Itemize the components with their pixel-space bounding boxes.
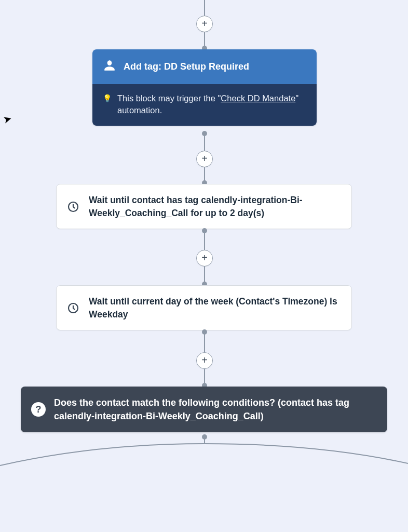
action-add-tag-header: Add tag: DD Setup Required bbox=[92, 49, 317, 84]
condition-card[interactable]: ? Does the contact match the following c… bbox=[21, 387, 387, 432]
plus-icon: + bbox=[201, 252, 208, 263]
connector-line bbox=[204, 134, 205, 151]
plus-icon: + bbox=[201, 153, 208, 164]
connector-line bbox=[204, 231, 205, 250]
connector-line bbox=[204, 0, 205, 16]
plus-icon: + bbox=[201, 355, 208, 365]
hint-link[interactable]: Check DD Mandate bbox=[221, 94, 295, 103]
question-icon: ? bbox=[31, 402, 46, 417]
wait-card-text: Wait until current day of the week (Cont… bbox=[89, 295, 342, 321]
wait-card-weekday[interactable]: Wait until current day of the week (Cont… bbox=[56, 285, 352, 330]
branch-split bbox=[0, 436, 408, 478]
connector-line bbox=[204, 369, 205, 384]
add-step-button[interactable]: + bbox=[196, 151, 213, 167]
action-hint: 💡 This block may trigger the "Check DD M… bbox=[92, 84, 317, 126]
wait-card-tag[interactable]: Wait until contact has tag calendly-inte… bbox=[56, 184, 352, 229]
connector-line bbox=[204, 332, 205, 352]
action-add-tag-card[interactable]: Add tag: DD Setup Required 💡 This block … bbox=[92, 49, 317, 126]
hint-prefix: This block may trigger the " bbox=[117, 94, 221, 103]
connector-line bbox=[204, 267, 205, 283]
wait-card-text: Wait until contact has tag calendly-inte… bbox=[89, 194, 342, 219]
action-add-tag-title: Add tag: DD Setup Required bbox=[124, 61, 249, 72]
condition-text: Does the contact match the following con… bbox=[54, 396, 377, 423]
cursor-icon: ➤ bbox=[2, 112, 13, 126]
add-step-button[interactable]: + bbox=[196, 250, 213, 267]
connector-line bbox=[204, 167, 205, 182]
plus-icon: + bbox=[201, 18, 208, 29]
clock-icon bbox=[66, 302, 80, 314]
clock-icon bbox=[66, 201, 80, 213]
automation-canvas: ➤ + Add tag: DD Setup Required 💡 This bl… bbox=[0, 0, 408, 532]
person-icon bbox=[103, 59, 116, 75]
add-step-button[interactable]: + bbox=[196, 352, 213, 369]
lightbulb-icon: 💡 bbox=[103, 94, 112, 117]
add-step-button[interactable]: + bbox=[196, 16, 213, 32]
action-hint-text: This block may trigger the "Check DD Man… bbox=[117, 92, 306, 116]
